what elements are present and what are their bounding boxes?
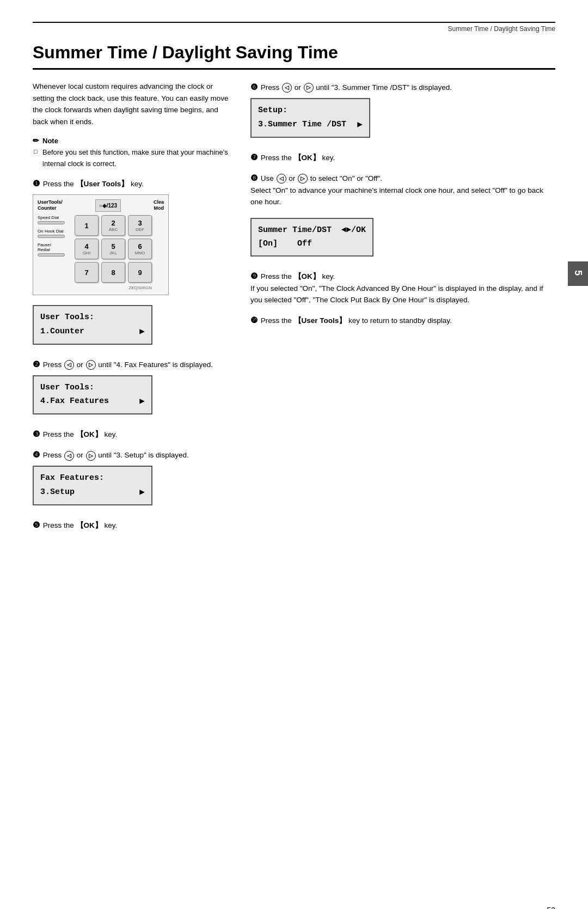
- step-6: ❻ Press ◁ or ▷ until "3. Summer Time /DS…: [250, 81, 555, 143]
- step-5: ❺ Press the 【OK】 key.: [33, 518, 234, 532]
- step-10: ❿ Press the 【User Tools】 key to return t…: [250, 314, 555, 327]
- kb-key-4: 4GHI: [75, 239, 99, 259]
- kb-header: UserTools/Counter ○◈/123 CleaMod: [38, 199, 164, 212]
- right-arrow-circle: ▷: [86, 360, 96, 370]
- step-4-num: ❹: [33, 450, 40, 459]
- kb-left: Speed Dial On Hook Dial Pause/Redial: [38, 215, 71, 290]
- kb-body: Speed Dial On Hook Dial Pause/Redial: [38, 215, 164, 290]
- kb-key-3: 3DEF: [128, 215, 152, 236]
- lcd-1-line1: User Tools:: [40, 310, 145, 325]
- page-number: 53: [547, 906, 555, 909]
- step-6-num: ❻: [250, 82, 258, 91]
- kb-key-2-sub: ABC: [109, 227, 118, 232]
- right-column: ❻ Press ◁ or ▷ until "3. Summer Time /DS…: [250, 81, 555, 539]
- lcd-6-line1: Setup:: [258, 103, 363, 118]
- step-4-text: ❹ Press ◁ or ▷ until "3. Setup" is displ…: [33, 448, 234, 461]
- lcd-2: User Tools: 4.Fax Features▶: [33, 375, 152, 415]
- lcd-4-line2: 3.Setup▶: [40, 485, 145, 499]
- lcd-6: Setup: 3.Summer Time /DST▶: [250, 98, 370, 138]
- kb-key-2-main: 2: [111, 219, 115, 227]
- note-label: Note: [42, 137, 58, 145]
- kb-key-5: 5JKL: [101, 239, 125, 259]
- page-title: Summer Time / Daylight Saving Time: [33, 42, 555, 70]
- lcd-1-line2: 1.Counter▶: [40, 325, 145, 339]
- kb-row-3: 7 8 9: [75, 262, 152, 283]
- left-arrow-8: ◁: [277, 174, 286, 184]
- kb-key-9: 9: [128, 262, 152, 283]
- kb-header-right: CleaMod: [154, 199, 164, 212]
- kb-speed-dial-text: Speed Dial: [38, 215, 71, 220]
- kb-key-5-main: 5: [111, 242, 115, 251]
- step-1-num: ❶: [33, 179, 40, 188]
- kb-key-1: 1: [75, 215, 99, 236]
- step-9-label: Press the 【OK】 key.: [261, 272, 335, 280]
- kb-key-2: 2ABC: [101, 215, 125, 236]
- left-arrow-circle: ◁: [64, 360, 74, 370]
- step-3-text: ❸ Press the 【OK】 key.: [33, 428, 234, 441]
- note-box: ✏ Note Before you set this function, mak…: [33, 136, 234, 169]
- left-column: Whenever local custom requires advancing…: [33, 81, 234, 539]
- step-8-label: Use ◁ or ▷ to select "On" or "Off".: [261, 174, 382, 182]
- step-3-label: Press the 【OK】 key.: [43, 430, 118, 438]
- lcd-4-line1: Fax Features:: [40, 471, 145, 485]
- kb-onhook-oval: [38, 235, 65, 238]
- step-9-num: ❾: [250, 271, 258, 280]
- left-arrow-6: ◁: [282, 83, 292, 93]
- right-arrow-6: ▷: [304, 83, 314, 93]
- kb-key-5-sub: JKL: [109, 251, 117, 255]
- step-5-num: ❺: [33, 520, 40, 529]
- kb-label-onhook: On Hook Dial: [38, 229, 71, 238]
- kb-row-1: 1 2ABC 3DEF: [75, 215, 152, 236]
- lcd-2-line1: User Tools:: [40, 381, 145, 395]
- kb-key-3-sub: DEF: [136, 227, 144, 232]
- kb-key-8: 8: [101, 262, 125, 283]
- lcd-8: Summer Time/DST ◄►/OK [On] Off: [250, 218, 373, 257]
- step-7-num: ❼: [250, 152, 258, 162]
- note-item-1: Before you set this function, make sure …: [33, 147, 234, 169]
- kb-key-8-main: 8: [111, 269, 115, 277]
- step-5-label: Press the 【OK】 key.: [43, 521, 118, 529]
- kb-header-left: UserTools/Counter: [38, 199, 63, 212]
- step-1-label: Press the 【User Tools】 key.: [43, 180, 144, 188]
- lcd-2-line2: 4.Fax Features▶: [40, 394, 145, 408]
- step-8-num: ❽: [250, 173, 258, 182]
- kb-key-6: 6MNO: [128, 239, 152, 259]
- step-2: ❷ Press ◁ or ▷ until "4. Fax Features" i…: [33, 358, 234, 420]
- kb-speed-dial-oval: [38, 221, 65, 224]
- kb-onhook-text: On Hook Dial: [38, 229, 71, 234]
- header-title: Summer Time / Daylight Saving Time: [0, 25, 555, 33]
- kb-key-7-main: 7: [84, 269, 88, 277]
- kb-keys-grid: 1 2ABC 3DEF 4GHI 5JKL 6MNO 7: [75, 215, 152, 290]
- kb-key-7: 7: [75, 262, 99, 283]
- kb-caption: ZEQS06GN: [75, 285, 152, 290]
- kb-label-pause: Pause/Redial: [38, 242, 71, 257]
- step-6-text: ❻ Press ◁ or ▷ until "3. Summer Time /DS…: [250, 81, 555, 94]
- header-rule: [33, 22, 555, 23]
- step-8-text: ❽ Use ◁ or ▷ to select "On" or "Off".: [250, 172, 555, 185]
- step-7-text: ❼ Press the 【OK】 key.: [250, 151, 555, 164]
- step-7-label: Press the 【OK】 key.: [261, 154, 335, 162]
- step-9-para: If you selected "On", "The Clock Advance…: [250, 283, 555, 306]
- kb-label-speed-dial: Speed Dial: [38, 215, 71, 224]
- step-6-label: Press ◁ or ▷ until "3. Summer Time /DST"…: [261, 83, 452, 91]
- intro-text: Whenever local custom requires advancing…: [33, 81, 234, 127]
- step-9: ❾ Press the 【OK】 key. If you selected "O…: [250, 270, 555, 306]
- kb-key-4-sub: GHI: [83, 251, 90, 255]
- lcd-4: Fax Features: 3.Setup▶: [33, 466, 152, 505]
- kb-key-6-sub: MNO: [135, 251, 145, 255]
- right-arrow-circle-4: ▷: [86, 451, 96, 461]
- step-1-text: ❶ Press the 【User Tools】 key.: [33, 177, 234, 190]
- lcd-6-line2: 3.Summer Time /DST▶: [258, 118, 363, 132]
- step-3: ❸ Press the 【OK】 key.: [33, 428, 234, 441]
- step-2-label: Press ◁ or ▷ until "4. Fax Features" is …: [43, 361, 213, 369]
- step-2-text: ❷ Press ◁ or ▷ until "4. Fax Features" i…: [33, 358, 234, 371]
- step-10-text: ❿ Press the 【User Tools】 key to return t…: [250, 314, 555, 327]
- step-8-para: Select "On" to advance your machine's in…: [250, 185, 555, 208]
- kb-key-1-main: 1: [84, 222, 88, 230]
- step-3-num: ❸: [33, 429, 40, 438]
- step-10-num: ❿: [250, 315, 258, 325]
- lcd-1: User Tools: 1.Counter▶: [33, 305, 152, 345]
- kb-key-9-main: 9: [138, 269, 142, 277]
- kb-key-4-main: 4: [84, 242, 88, 251]
- step-4: ❹ Press ◁ or ▷ until "3. Setup" is displ…: [33, 448, 234, 511]
